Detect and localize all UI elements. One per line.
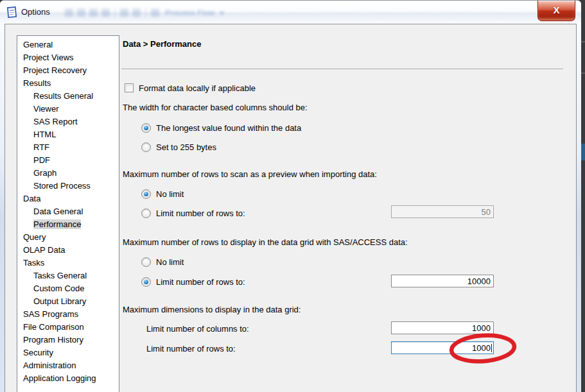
radio-access-no-limit[interactable]: No limit xyxy=(141,257,184,267)
access-limit-input[interactable] xyxy=(391,275,494,287)
radio-label: No limit xyxy=(156,189,184,199)
format-data-checkbox-row[interactable]: Format data locally if applicable xyxy=(125,83,256,93)
radio-label: Limit number of rows to: xyxy=(156,277,245,287)
text-caret xyxy=(491,344,492,352)
options-dialog-icon xyxy=(6,6,18,18)
radio-longest-value[interactable]: The longest value found within the data xyxy=(141,123,301,133)
settings-panel: Data > Performance Format data locally i… xyxy=(5,24,576,392)
titlebar[interactable]: Process Flow▾ Options X xyxy=(0,1,581,24)
preview-section-label: Maximum number of rows to scan as a prev… xyxy=(123,169,377,179)
radio-unselected-icon[interactable] xyxy=(141,142,151,152)
radio-label: No limit xyxy=(156,257,184,267)
access-section-label: Maximum number of rows to display in the… xyxy=(123,237,408,247)
radio-label: Set to 255 bytes xyxy=(156,142,216,152)
radio-255-bytes[interactable]: Set to 255 bytes xyxy=(141,142,216,152)
dialog-client-area: GeneralProject ViewsProject RecoveryResu… xyxy=(4,24,577,392)
radio-access-limit[interactable]: Limit number of rows to: xyxy=(141,277,245,287)
radio-unselected-icon[interactable] xyxy=(141,209,151,218)
checkbox-label: Format data locally if applicable xyxy=(139,83,256,93)
radio-preview-limit[interactable]: Limit number of rows to: xyxy=(141,208,245,218)
radio-label: Limit number of rows to: xyxy=(156,209,245,218)
titlebar-gloss xyxy=(0,1,581,24)
radio-label: The longest value found within the data xyxy=(156,123,301,133)
dimensions-section-label: Maximum dimensions to display in the dat… xyxy=(123,304,301,314)
header-separator xyxy=(121,69,563,69)
page-title: Data > Performance xyxy=(123,39,201,49)
preview-limit-input xyxy=(391,205,494,218)
background-app-edge-line xyxy=(581,72,585,74)
close-icon: X xyxy=(553,4,559,15)
close-button[interactable]: X xyxy=(537,1,575,21)
width-section-label: The width for character based columns sh… xyxy=(123,102,308,112)
columns-limit-label: Limit number of columns to: xyxy=(146,323,249,334)
radio-selected-icon[interactable] xyxy=(141,123,151,133)
rows-limit-label: Limit number of rows to: xyxy=(146,343,236,354)
radio-unselected-icon[interactable] xyxy=(141,257,151,267)
columns-limit-input[interactable] xyxy=(391,321,494,334)
radio-selected-icon[interactable] xyxy=(141,277,151,287)
radio-preview-no-limit[interactable]: No limit xyxy=(141,189,184,199)
window-title: Options xyxy=(21,7,50,17)
checkbox-unchecked-icon[interactable] xyxy=(125,83,134,92)
radio-selected-icon[interactable] xyxy=(141,189,151,199)
background-app-edge-accent xyxy=(581,144,585,160)
options-dialog: Process Flow▾ Options X GeneralProject V… xyxy=(0,0,581,392)
background-app-edge xyxy=(581,0,585,392)
rows-limit-input[interactable] xyxy=(391,341,494,354)
background-app-edge-line xyxy=(581,41,585,42)
